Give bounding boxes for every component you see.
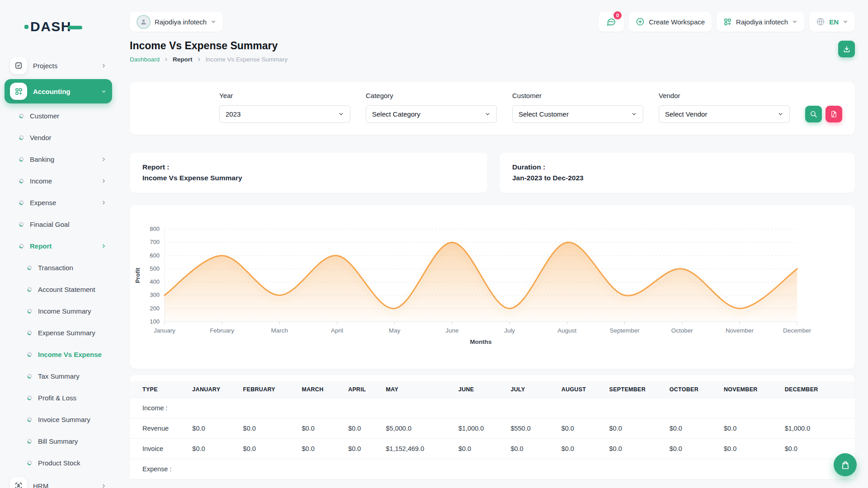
svg-text:400: 400	[150, 278, 160, 285]
messages-button[interactable]: 0	[599, 12, 624, 32]
sidebar-item-expense[interactable]: Expense	[5, 192, 112, 213]
sidebar-item-projects[interactable]: Projects	[5, 53, 112, 78]
user-avatar-icon	[137, 15, 151, 29]
sidebar-item-label: Income Vs Expense	[38, 351, 102, 358]
apply-filter-button[interactable]	[805, 106, 822, 122]
sidebar-item-invoice-summary[interactable]: Invoice Summary	[5, 408, 112, 430]
sidebar-item-income-vs-expense[interactable]: Income Vs Expense	[5, 343, 112, 365]
create-workspace-button[interactable]: Create Workspace	[629, 12, 712, 32]
sidebar-item-label: Invoice Summary	[38, 416, 90, 423]
logo-dash-icon	[68, 26, 82, 29]
sidebar-item-hrm[interactable]: HRM	[5, 474, 112, 488]
income-vs-expense-table: TYPEJANUARYFEBRUARYMARCHAPRILMAYJUNEJULY…	[130, 381, 855, 479]
table-header-cell: JANUARY	[188, 381, 238, 398]
filters-panel: Year 2023 Category Select Category Custo…	[130, 82, 855, 135]
table-cell: $0.0	[239, 439, 297, 459]
sidebar-item-income-summary[interactable]: Income Summary	[5, 300, 112, 322]
sidebar-item-account-statement[interactable]: Account Statement	[5, 278, 112, 300]
sidebar-item-label: Bill Summary	[38, 437, 78, 445]
sidebar: DASH ProjectsAccountingCustomerVendorBan…	[0, 0, 117, 488]
vendor-select[interactable]: Select Vendor	[659, 105, 790, 123]
sidebar-item-customer[interactable]: Customer	[5, 105, 112, 127]
customer-label: Customer	[512, 92, 643, 99]
sidebar-item-profit-loss[interactable]: Profit & Loss	[5, 387, 112, 408]
svg-text:March: March	[271, 327, 288, 334]
chevron-right-icon	[101, 243, 107, 249]
table-header-cell: JULY	[506, 381, 557, 398]
profit-chart-card: 100200300400500600700800JanuaryFebruaryM…	[130, 205, 855, 369]
category-select[interactable]: Select Category	[366, 105, 497, 123]
sidebar-item-label: Report	[30, 242, 52, 250]
svg-text:Profit: Profit	[134, 267, 141, 283]
sidebar-item-product-stock[interactable]: Product Stock	[5, 452, 112, 474]
svg-text:Months: Months	[470, 338, 492, 345]
table-row: Invoice$0.0$0.0$0.0$0.0$1,152,469.0$0.0$…	[130, 439, 855, 459]
chevron-down-icon	[485, 111, 491, 117]
table-cell: $0.0	[665, 439, 719, 459]
workspace-switcher[interactable]: Rajodiya infotech	[717, 12, 804, 32]
bullet-donut-icon	[27, 265, 32, 270]
customer-select[interactable]: Select Customer	[512, 105, 643, 123]
chevron-down-icon	[338, 111, 344, 117]
sidebar-item-label: Banking	[30, 155, 54, 163]
bullet-donut-icon	[27, 460, 32, 465]
sidebar-item-label: Tax Summary	[38, 372, 80, 380]
search-icon	[810, 110, 817, 118]
sidebar-item-tax-summary[interactable]: Tax Summary	[5, 365, 112, 387]
sidebar-item-label: Expense	[30, 199, 56, 206]
table-header-cell: DECEMBER	[780, 381, 855, 398]
chevron-down-icon	[792, 19, 797, 24]
sidebar-item-expense-summary[interactable]: Expense Summary	[5, 322, 112, 343]
bullet-donut-icon	[19, 113, 24, 118]
brand-logo[interactable]: DASH	[5, 0, 112, 53]
topbar: Rajodiya infotech 0 Create Workspace Raj…	[130, 12, 855, 32]
table-cell: $0.0	[506, 439, 557, 459]
sidebar-item-report[interactable]: Report	[5, 235, 112, 257]
table-section-row: Expense :	[130, 459, 855, 479]
sidebar-item-banking[interactable]: Banking	[5, 148, 112, 170]
svg-text:100: 100	[150, 318, 160, 325]
table-cell: $0.0	[188, 418, 238, 439]
table-cell: $0.0	[557, 439, 605, 459]
table-header-cell: OCTOBER	[665, 381, 719, 398]
chevron-right-icon	[101, 178, 107, 184]
sidebar-item-income[interactable]: Income	[5, 170, 112, 192]
duration-value: Jan-2023 to Dec-2023	[512, 173, 842, 183]
bullet-donut-icon	[19, 135, 24, 140]
table-cell: $0.0	[605, 418, 665, 439]
download-report-button[interactable]	[838, 41, 855, 57]
clear-filter-button[interactable]	[826, 106, 842, 122]
breadcrumb-report[interactable]: Report	[173, 56, 193, 63]
table-cell: $0.0	[344, 418, 381, 439]
shopping-bag-icon	[840, 460, 850, 470]
floating-action-button[interactable]	[834, 453, 857, 476]
category-label: Category	[366, 92, 497, 99]
workspace-selector[interactable]: Rajodiya infotech	[130, 12, 223, 32]
year-select[interactable]: 2023	[219, 105, 350, 123]
sidebar-item-label: Finacial Goal	[30, 221, 70, 228]
chevron-right-icon	[101, 63, 107, 69]
vendor-label: Vendor	[659, 92, 790, 99]
language-code: EN	[829, 18, 839, 26]
workspace-name: Rajodiya infotech	[155, 18, 207, 26]
table-cell: $0.0	[557, 418, 605, 439]
breadcrumb-dashboard[interactable]: Dashboard	[130, 56, 160, 63]
table-cell: $0.0	[454, 439, 506, 459]
year-label: Year	[219, 92, 350, 99]
sidebar-item-label: Profit & Loss	[38, 394, 76, 402]
sidebar-item-finacial-goal[interactable]: Finacial Goal	[5, 213, 112, 235]
bullet-donut-icon	[27, 395, 32, 400]
sidebar-item-transaction[interactable]: Transaction	[5, 257, 112, 278]
bullet-donut-icon	[27, 309, 32, 314]
table-header-cell: TYPE	[130, 381, 188, 398]
topbar-actions: 0 Create Workspace Rajodiya infotech EN	[599, 12, 855, 32]
bullet-donut-icon	[27, 287, 32, 292]
table-row-label: Invoice	[130, 439, 188, 459]
sidebar-item-vendor[interactable]: Vendor	[5, 127, 112, 148]
sidebar-item-bill-summary[interactable]: Bill Summary	[5, 430, 112, 452]
sidebar-item-accounting[interactable]: Accounting	[5, 79, 112, 103]
table-cell: $1,000.0	[454, 418, 506, 439]
summary-cards: Report : Income Vs Expense Summary Durat…	[130, 153, 855, 193]
language-selector[interactable]: EN	[809, 12, 855, 32]
page-title: Income Vs Expense Summary	[130, 40, 288, 52]
